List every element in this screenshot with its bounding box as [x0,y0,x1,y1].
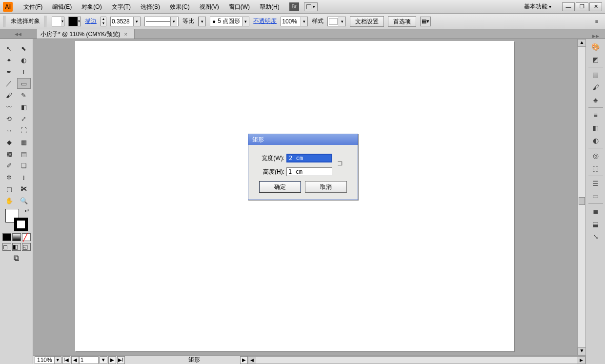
window-minimize-button[interactable]: — [562,2,575,11]
window-maximize-button[interactable]: ❐ [576,2,588,11]
transparency-panel-icon[interactable]: ◐ [588,135,603,146]
cancel-button[interactable]: 取消 [305,181,347,193]
opacity-link-label[interactable]: 不透明度 [253,17,277,25]
line-tool[interactable]: ／ [2,78,16,89]
color-mode-button[interactable] [2,233,11,241]
blend-tool[interactable]: ❏ [17,160,31,171]
stroke-weight-input[interactable] [111,17,133,26]
prev-artboard-button[interactable]: ◀ [71,356,79,364]
control-bar-handle[interactable] [3,16,6,27]
align-to-dropdown[interactable]: ▦▾ [420,17,431,26]
selection-tool[interactable]: ↖ [2,43,16,54]
stroke-weight-stepper[interactable]: ▲▼ [101,17,106,26]
menu-item[interactable]: 选择(S) [136,0,165,14]
stroke-swatch-dropdown[interactable]: ▾ [68,17,81,26]
slice-tool[interactable]: ✀ [17,183,31,194]
menu-item[interactable]: 帮助(H) [255,0,284,14]
eyedropper-tool[interactable]: ✐ [2,160,16,171]
eraser-tool[interactable]: ◧ [17,101,31,112]
preferences-button[interactable]: 首选项 [388,16,416,27]
draw-inside-button[interactable]: ◱ [22,243,31,251]
pathfinder-panel-icon[interactable]: ⬓ [588,218,603,230]
zoom-tool[interactable]: 🔍 [17,195,31,206]
bridge-button[interactable]: Br [289,2,299,11]
menu-item[interactable]: 文件(F) [19,0,47,14]
direct-selection-tool[interactable]: ⬉ [17,43,31,54]
dialog-title-bar[interactable]: 矩形 [248,134,358,145]
mesh-tool[interactable]: ▩ [2,148,16,159]
none-mode-button[interactable]: ╱ [22,233,31,241]
hand-tool[interactable]: ✋ [2,195,16,206]
graphic-style-dropdown[interactable]: ▾ [327,17,346,26]
brushes-panel-icon[interactable]: 🖌 [588,81,603,93]
rotate-tool[interactable]: ⟲ [2,113,16,124]
scroll-right-button[interactable]: ▶ [577,357,585,364]
swap-fill-stroke-icon[interactable]: ⇄ [25,208,29,213]
free-transform-tool[interactable]: ⛶ [17,125,31,136]
appearance-panel-icon[interactable]: ◎ [588,150,603,162]
screen-mode-button[interactable]: ⧉ [14,254,19,263]
stroke-weight-combo[interactable]: ▾ [110,17,141,26]
pen-tool[interactable]: ✒ [2,66,16,77]
gradient-panel-icon[interactable]: ◧ [588,122,603,134]
menu-item[interactable]: 视图(V) [195,0,224,14]
stroke-swatch[interactable] [14,218,28,231]
width-input[interactable] [286,154,332,162]
height-input[interactable] [286,167,332,176]
perspective-tool[interactable]: ▦ [17,137,31,147]
blob-brush-tool[interactable]: 〰 [2,101,16,112]
toolbox-collapse-toggle[interactable]: ◀◀ [0,29,36,39]
gradient-tool[interactable]: ▤ [17,148,31,159]
variable-width-profile-dropdown[interactable]: ▾ [144,17,179,26]
dock-collapse-toggle[interactable]: ▶▶ [586,34,605,39]
paintbrush-tool[interactable]: 🖌 [2,90,16,101]
document-tab[interactable]: 小房子* @ 110% (CMYK/预览) × [36,29,135,39]
menu-item[interactable]: 窗口(W) [224,0,255,14]
scroll-left-button[interactable]: ◀ [248,357,256,364]
menu-item[interactable]: 效果(C) [165,0,195,14]
menu-item[interactable]: 编辑(E) [47,0,77,14]
align-panel-icon[interactable]: ≣ [588,205,603,217]
width-tool[interactable]: ↔ [2,125,16,136]
stroke-panel-icon[interactable]: ≡ [588,109,603,121]
last-artboard-button[interactable]: ▶I [117,356,125,364]
artboards-panel-icon[interactable]: ▭ [588,190,603,202]
layers-panel-icon[interactable]: ☰ [588,178,603,189]
color-guide-panel-icon[interactable]: ◩ [588,54,603,65]
shape-builder-tool[interactable]: ◆ [2,137,16,147]
rectangle-tool[interactable]: ▭ [17,78,31,89]
swatches-panel-icon[interactable]: ▦ [588,69,603,81]
gradient-mode-button[interactable] [12,233,21,241]
fill-stroke-picker[interactable]: ⇄ [5,209,28,231]
lasso-tool[interactable]: ◐ [17,55,31,65]
artboard-number-input[interactable] [79,356,99,364]
horizontal-scrollbar[interactable]: ◀ ▶ [248,356,585,364]
opacity-combo[interactable]: ▾ [281,17,308,26]
document-setup-button[interactable]: 文档设置 [350,16,384,27]
menu-item[interactable]: 文字(T) [107,0,136,14]
pencil-tool[interactable]: ✎ [17,90,31,101]
symbol-sprayer-tool[interactable]: ✲ [2,172,16,182]
workspace-switcher[interactable]: 基本功能 [520,0,555,13]
graphic-styles-panel-icon[interactable]: ⬚ [588,162,603,174]
symbols-panel-icon[interactable]: ♣ [588,94,603,106]
scale-tool[interactable]: ⤢ [17,113,31,124]
type-tool[interactable]: T [17,66,31,77]
document-tab-close-button[interactable]: × [124,30,127,39]
artboard-tool[interactable]: ▢ [2,183,16,194]
control-bar-menu-icon[interactable]: ≡ [591,17,602,26]
status-menu-button[interactable]: ▶ [240,356,248,364]
fill-swatch-dropdown[interactable]: ▾ [52,17,64,26]
ok-button[interactable]: 确定 [259,181,301,193]
draw-normal-button[interactable]: ◻ [2,243,11,251]
graph-tool[interactable]: ⫿ [17,172,31,182]
brush-definition-dropdown[interactable]: ● 5 点圆形 ▾ [210,17,249,26]
color-panel-icon[interactable]: 🎨 [588,41,603,53]
first-artboard-button[interactable]: I◀ [62,356,70,364]
window-close-button[interactable]: ✕ [589,2,602,11]
artboard-nav-dropdown[interactable]: ▼ [100,356,107,364]
menu-item[interactable]: 对象(O) [77,0,106,14]
vertical-scrollbar[interactable]: ▲ ▼ [577,39,585,355]
constrain-proportions-icon[interactable]: ⊐ [337,159,343,167]
stroke-link-label[interactable]: 描边 [85,17,97,25]
